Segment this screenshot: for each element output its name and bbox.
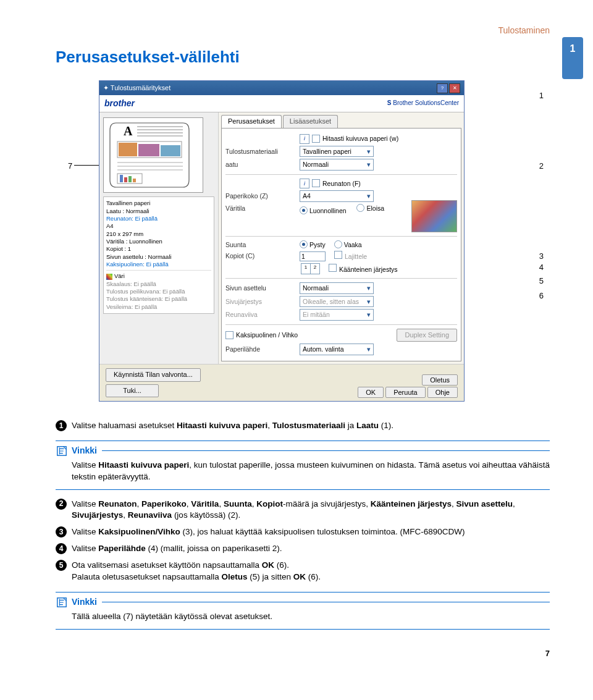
print-dialog: ✦ Tulostusmääritykset ?✕ brother S Broth… <box>99 80 465 402</box>
svg-rect-14 <box>124 177 127 182</box>
borderless-checkbox[interactable] <box>312 179 320 187</box>
tab-advanced[interactable]: Lisäasetukset <box>283 115 338 127</box>
svg-rect-8 <box>161 145 180 156</box>
svg-rect-7 <box>138 144 159 156</box>
svg-rect-6 <box>119 143 137 156</box>
orient-portrait[interactable]: Pysty <box>300 240 326 250</box>
svg-rect-15 <box>128 176 132 182</box>
solutions-link[interactable]: S Brother SolutionsCenter <box>387 99 459 108</box>
titlebar: ✦ Tulostusmääritykset ?✕ <box>99 81 464 95</box>
note-2: Vinkki Tällä alueella (7) näytetään käyt… <box>56 592 550 630</box>
borderline-select[interactable]: Ei mitään <box>300 309 374 321</box>
note-title: Vinkki <box>72 596 97 609</box>
chapter-badge: 1 <box>562 37 583 79</box>
svg-text:A: A <box>124 124 133 138</box>
reverse-checkbox[interactable] <box>329 264 337 272</box>
colormode-vivid[interactable]: Eloisa <box>356 204 384 213</box>
preview-pane: A Tavallinen paperi Laatu : Normaali <box>99 112 218 364</box>
help-button[interactable]: Ohje <box>427 387 458 398</box>
section-header: Tulostaminen <box>56 25 550 37</box>
step-number-4: 4 <box>56 543 67 554</box>
callout-2: 2 <box>539 161 544 172</box>
svg-rect-16 <box>133 179 136 182</box>
window-buttons[interactable]: ?✕ <box>435 83 460 93</box>
basic-panel: iHitaasti kuivuva paperi (w) Tulostusmat… <box>221 128 461 362</box>
step-number-1: 1 <box>56 420 67 431</box>
step-3: 3 Valitse Kaksipuolinen/Vihko (3), jos h… <box>56 526 550 538</box>
source-select[interactable]: Autom. valinta <box>300 344 374 355</box>
step-1: 1 Valitse haluamasi asetukset Hitaasti k… <box>56 420 550 432</box>
layout-select[interactable]: Normaali <box>300 282 374 294</box>
callout-1: 1 <box>539 90 544 101</box>
tab-basic[interactable]: Perusasetukset <box>221 115 282 127</box>
callout-3: 3 <box>539 251 544 262</box>
window-title: ✦ Tulostusmääritykset <box>103 83 170 93</box>
page-number: 7 <box>56 648 550 659</box>
step-number-5: 5 <box>56 560 67 571</box>
page-title: Perusasetukset-välilehti <box>56 46 550 68</box>
duplex-settings-button[interactable]: Duplex Setting <box>397 329 457 342</box>
step-5: 5 Ota valitsemasi asetukset käyttöön nap… <box>56 560 550 583</box>
callout-4: 4 <box>539 262 544 273</box>
default-button[interactable]: Oletus <box>422 374 458 386</box>
brand-logo: brother <box>104 98 135 110</box>
callout-6: 6 <box>539 290 544 302</box>
pageorder-select[interactable]: Oikealle, sitten alas <box>300 296 374 308</box>
callout-5: 5 <box>539 276 544 287</box>
copies-input[interactable] <box>300 251 326 261</box>
figure: 7 1 2 3 4 5 6 ✦ Tulostusmääritykset ?✕ b… <box>56 80 550 402</box>
step-2: 2 Valitse Reunaton, Paperikoko, Väritila… <box>56 499 550 522</box>
colormode-natural[interactable]: Luonnollinen <box>300 206 347 216</box>
svg-rect-13 <box>120 175 123 182</box>
papersize-select[interactable]: A4 <box>300 190 374 202</box>
step-4: 4 Valitse Paperilähde (4) (mallit, joiss… <box>56 543 550 555</box>
slow-dry-checkbox[interactable] <box>312 135 320 143</box>
page-preview: A <box>103 117 203 193</box>
duplex-checkbox[interactable] <box>225 331 233 339</box>
step-number-3: 3 <box>56 526 67 538</box>
settings-summary-box: Tavallinen paperi Laatu : Normaali Reuna… <box>103 196 214 314</box>
quality-select[interactable]: Normaali <box>300 159 374 171</box>
note-title: Vinkki <box>72 445 97 457</box>
orient-landscape[interactable]: Vaaka <box>334 240 362 250</box>
cancel-button[interactable]: Peruuta <box>385 387 426 398</box>
color-preview <box>411 200 457 232</box>
support-button[interactable]: Tuki... <box>106 384 159 397</box>
step-number-2: 2 <box>56 499 67 510</box>
note-icon <box>56 445 68 457</box>
ok-button[interactable]: OK <box>358 387 384 398</box>
status-monitor-button[interactable]: Käynnistä Tilan valvonta... <box>106 368 201 381</box>
note-1: Vinkki Valitse Hitaasti kuivuva paperi, … <box>56 441 550 490</box>
media-select[interactable]: Tavallinen paperi <box>300 146 374 158</box>
callout-7: 7 <box>68 161 72 172</box>
note-icon <box>56 596 68 609</box>
